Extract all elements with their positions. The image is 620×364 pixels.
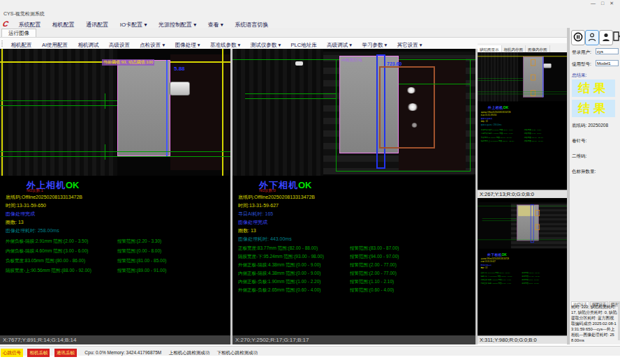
cursor-status-upper: X:7677;Y:891;R:14;G:14;B:14 xyxy=(0,335,230,344)
exit-button[interactable] xyxy=(613,30,620,44)
camera-dropframe-indicator: 相机丢帧 xyxy=(27,349,50,357)
measure-alarm: 报警范围:(94.00 - 97.00) xyxy=(522,275,540,278)
measurement-row: 外侧正极-隔膜:4.38mm 范围:(0.00 - 9.00)报警范围:(2.0… xyxy=(480,279,566,281)
upper-camera-heartbeat-text: 上相机心跳检测成功 xyxy=(169,349,210,357)
thumbnail-lower[interactable]: 外下相机OK 底纸码:Offline2025020813313472B 时间:1… xyxy=(478,198,567,335)
cpu-memory-text: Cpu: 0.0% Memory: 3424.41796875M xyxy=(84,349,161,357)
measurement-row: 内侧正极-负极:1.90mm 范围:(1.00 - 2.20)报警范围:(1.1… xyxy=(238,279,472,285)
lower-camera-heartbeat-text: 下相机心跳检测成功 xyxy=(217,349,258,357)
guide-line-green xyxy=(245,98,336,99)
measure-left: 外侧正极-负极:2.65mm 范围:(0.60 - 4.00) xyxy=(238,287,320,292)
guide-line-green xyxy=(0,105,117,106)
model-input[interactable] xyxy=(596,60,619,66)
measurement-row: 外侧正极-隔膜:4.38mm 范围:(0.00 - 9.00)报警范围:(2.0… xyxy=(238,262,472,268)
menu-bar: C 系统配置 相机配置 通讯配置 IO卡配置 ▾ 光源控制配置 ▾ 查看 ▾ 系… xyxy=(0,18,620,28)
ai-cost-line: 寻目AI耗时: 165 xyxy=(238,211,273,218)
measure-alarm: 报警范围:(81.00 - 85.00) xyxy=(524,136,543,138)
user-icon xyxy=(588,33,596,42)
app-logo-icon: C xyxy=(2,19,10,29)
measure-left: 外侧负极-隔膜:2.91mm 范围:(2.00 - 3.50) xyxy=(6,238,88,243)
connector-part xyxy=(170,82,190,96)
user-manage-button[interactable] xyxy=(599,30,613,45)
reflection-spot xyxy=(407,103,418,111)
paper-code-row: 底纸码: 20250208 xyxy=(572,123,608,129)
turns-line: 圈数: 13 xyxy=(238,227,256,234)
pause-icon xyxy=(573,32,583,42)
measure-left: 内侧正极-隔膜:4.38mm 范围:(0.00 - 9.00) xyxy=(480,282,511,285)
camera-name: 外上相机 xyxy=(488,105,503,109)
measure-left: 内侧正极-负极:1.90mm 范围:(1.00 - 2.20) xyxy=(238,279,320,284)
toolbar-drag-handle[interactable] xyxy=(1,40,3,47)
mini-viewport xyxy=(478,202,567,249)
minimize-icon[interactable]: — xyxy=(589,1,599,6)
barcode-line: 底纸码:Offline2025020813313472B xyxy=(238,194,315,201)
title-bar: CYS-视觉检测系统 —□✕ xyxy=(0,0,620,18)
measure-left: 隔膜宽度-上:90.56mm 范围:(88.00 - 92.00) xyxy=(6,268,91,273)
measure-left: 正极宽度:83.77mm 范围:(82.00 - 88.00) xyxy=(480,271,510,273)
measurement-row: 内侧负极-隔膜:4.60mm 范围:(3.00 - 6.00)报警范围:(0.0… xyxy=(6,248,226,255)
defect-box-orange xyxy=(531,59,536,66)
reflection-spot xyxy=(411,123,418,128)
measure-value-label: 723.60 xyxy=(387,61,401,66)
mark-count-label: 色标异数量: xyxy=(572,169,596,175)
measurement-row: 正极宽度:83.77mm 范围:(82.00 - 88.00)报警范围:(83.… xyxy=(238,245,472,252)
measure-alarm: 报警范围:(2.00 - 77.00) xyxy=(522,282,539,285)
machine-texture xyxy=(232,49,323,176)
process-cost-line: 图像处理耗时: 258.00ms xyxy=(481,123,502,126)
login-user-label: 登录用户: xyxy=(572,50,591,56)
model-label: 使用型号: xyxy=(572,61,591,68)
measure-alarm: 报警范围:(0.00 - 8.00) xyxy=(117,248,161,255)
thumbnail-upper[interactable]: 外上相机OK 底纸码:Offline2025020813313472B 时间:1… xyxy=(478,52,567,190)
measure-alarm: 报警范围:(94.00 - 97.00) xyxy=(350,254,399,260)
result-info-lower: 外下相机OK NG次数:0 底纸码:Offline202502081331347… xyxy=(232,176,475,335)
measure-left: 内侧负极-隔膜:4.60mm 范围:(3.00 - 6.00) xyxy=(6,248,88,253)
tab-run-image[interactable]: 运行图像 xyxy=(1,29,36,37)
cursor-status-thumb-upper: X:267;Y:13;R:0;G:0;B:0 xyxy=(478,190,567,198)
user-login-button[interactable] xyxy=(585,30,599,45)
right-sidebar: 登录用户: 使用型号: 总结果: 结果 结果 底纸码: 20250208 卷针号… xyxy=(569,28,620,344)
barcode-line: 底纸码:Offline2025020813313472B xyxy=(480,257,508,260)
guide-line-green xyxy=(0,151,230,152)
measurement-row: 内侧正极-隔膜:4.38mm 范围:(0.00 - 9.00)报警范围:(2.0… xyxy=(480,282,566,285)
measure-left: 外侧负极-隔膜:2.91mm 范围:(2.00 - 3.50) xyxy=(481,128,513,130)
threshold-label: 当前阈值:93, 动态阈值:100 xyxy=(102,59,154,66)
bright-part xyxy=(295,61,303,66)
cursor-status-thumb-lower: X:311;Y:980;R:0;G:0;B:0 xyxy=(478,335,567,344)
measure-alarm: 报警范围:(2.00 - 77.00) xyxy=(350,262,397,268)
measurement-row: 负极宽度:83.05mm 范围:(80.00 - 86.00)报警范围:(81.… xyxy=(481,136,566,138)
maximize-icon[interactable]: □ xyxy=(599,1,607,6)
measure-left: 外侧正极-隔膜:4.38mm 范围:(0.00 - 9.00) xyxy=(238,262,320,267)
turns-line: 圈数: 13 xyxy=(480,267,487,270)
reflection-spot xyxy=(406,87,416,93)
measurement-row: 隔膜宽度-下:95.24mm 范围:(93.00 - 98.00)报警范围:(9… xyxy=(238,254,472,260)
login-user-input[interactable] xyxy=(596,48,619,54)
process-done-line: 图像处理完成 xyxy=(481,117,492,120)
guide-tick-green xyxy=(105,144,105,160)
process-cost-line: 图像处理耗时: 258.00ms xyxy=(6,227,59,234)
barcode-line: 底纸码:Offline2025020813313472B xyxy=(6,194,82,201)
paper-code-value: 20250208 xyxy=(588,123,608,128)
pause-button[interactable] xyxy=(571,30,585,45)
measurement-row: 外侧正极-负极:2.65mm 范围:(0.60 - 4.00)报警范围:(0.6… xyxy=(238,287,472,294)
defect-box-orange xyxy=(531,90,536,96)
camera-viewport-lower: AI检测区域 723.60 xyxy=(232,49,475,176)
tab-strip: 运行图像 xyxy=(0,28,567,38)
measurement-row: 隔膜宽度-上:90.56mm 范围:(88.00 - 92.00)报警范围:(8… xyxy=(6,268,226,274)
cursor-status-lower: X:270;Y:2502;R:17;G:17;B:17 xyxy=(232,335,475,344)
user-dark-icon xyxy=(602,33,610,42)
camera-viewport-upper: 当前阈值:93, 动态阈值:100 5.88 xyxy=(0,49,230,176)
measurement-row: 内侧负极-隔膜:4.60mm 范围:(3.00 - 6.00)报警范围:(0.0… xyxy=(481,132,566,135)
measure-alarm: 报警范围:(2.20 - 3.30) xyxy=(117,238,161,245)
edge-line-blue xyxy=(166,60,168,156)
result-info-upper: 外上相机OK NG次数:1 底纸码:Offline202502081331347… xyxy=(0,176,230,335)
measure-alarm: 报警范围:(83.00 - 87.00) xyxy=(350,245,399,252)
exit-door-icon xyxy=(613,31,620,41)
comm-dropframe-indicator: 通讯丢帧 xyxy=(54,349,77,357)
time-line: 时间:13-31-59-650 xyxy=(481,114,496,116)
guide-line-green xyxy=(0,156,230,157)
total-result-label: 总结果: xyxy=(572,73,586,79)
heartbeat-indicator: 心跳信号 xyxy=(1,349,23,357)
mini-viewport xyxy=(478,52,567,102)
close-icon[interactable]: ✕ xyxy=(607,1,617,6)
measurement-row: 隔膜宽度-下:95.24mm 范围:(93.00 - 98.00)报警范围:(9… xyxy=(480,275,566,278)
